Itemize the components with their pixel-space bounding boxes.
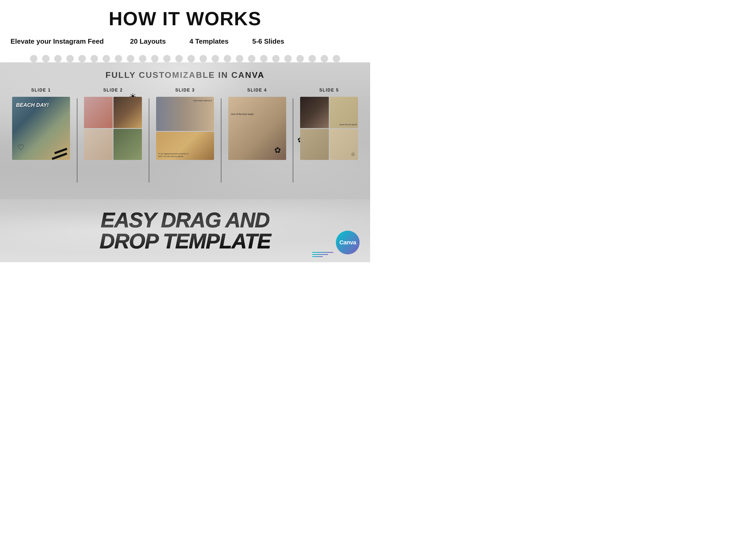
slide-4-column: SLIDE 4 One of the best reads ✿: [221, 88, 293, 165]
dot: [91, 55, 98, 62]
slide-3-column: SLIDE 3 Cant swim without it I'm an orig…: [149, 88, 221, 165]
slide-5-card: Some time for myself ☆: [300, 97, 358, 160]
slide-3-preview: Cant swim without it I'm an original and…: [156, 97, 214, 165]
slide-2-cell-b: [113, 97, 142, 128]
dot: [308, 55, 316, 62]
dot: [333, 55, 340, 62]
corner-line-1: [312, 252, 333, 253]
deco-bar-1: [52, 152, 67, 160]
features-row: Elevate your Instagram Feed 20 Layouts 4…: [10, 35, 360, 51]
cant-swim-text: Cant swim without it: [193, 99, 212, 102]
feature-slides: 5-6 Slides: [252, 37, 284, 45]
slide-4-card: One of the best reads ✿: [228, 97, 286, 160]
slide-1-column: SLIDE 1 ♡: [5, 88, 77, 165]
dot: [54, 55, 62, 62]
dot: [272, 55, 280, 62]
slide-2-preview: ☀: [84, 97, 142, 165]
drag-drop-text: EASY DRAG AND DROP TEMPLATE: [99, 210, 271, 252]
top-section: HOW IT WORKS Elevate your Instagram Feed…: [0, 0, 370, 62]
slide-5-column: SLIDE 5 ✿ Some time for myself ☆: [293, 88, 365, 165]
feature-layouts: 20 Layouts: [130, 37, 166, 45]
dot: [78, 55, 86, 62]
slide-5-label: SLIDE 5: [319, 88, 339, 93]
slide-2-card: [84, 97, 142, 160]
heart-icon: ♡: [17, 143, 24, 152]
canva-logo: Canva: [336, 231, 360, 254]
dot: [236, 55, 243, 62]
dot: [30, 55, 37, 62]
dots-row: [10, 51, 360, 62]
dot: [187, 55, 195, 62]
drag-drop-line1: EASY DRAG AND: [99, 210, 271, 231]
dot: [42, 55, 50, 62]
slide-3-top: Cant swim without it: [156, 97, 214, 131]
gray-section: FULLY CUSTOMIZABLE IN CANVA SLIDE 1 ♡ SL…: [0, 62, 370, 199]
corner-line-2: [312, 254, 328, 255]
slide-2-cell-d: [113, 129, 142, 160]
slide-5-preview: ✿ Some time for myself ☆: [300, 97, 358, 165]
dot: [320, 55, 328, 62]
slide-5-cell-a: [300, 97, 329, 128]
dot: [127, 55, 134, 62]
dot: [284, 55, 292, 62]
corner-line-3: [312, 256, 323, 257]
dot: [224, 55, 231, 62]
dot: [66, 55, 74, 62]
dot: [260, 55, 267, 62]
canva-logo-text: Canva: [339, 239, 356, 246]
slide-3-card: Cant swim without it I'm an original and…: [156, 97, 214, 160]
drag-drop-line2: DROP TEMPLATE: [99, 231, 271, 252]
dot: [139, 55, 147, 62]
page-title: HOW IT WORKS: [10, 8, 360, 29]
slide-4-text1: One of the best reads: [231, 113, 254, 116]
slide-2-label: SLIDE 2: [103, 88, 123, 93]
slide-5-text: Some time for myself: [339, 123, 357, 126]
slide-5-cell-b: Some time for myself: [330, 97, 358, 128]
dot: [103, 55, 110, 62]
dot: [175, 55, 183, 62]
slide-2-cell-c: [84, 129, 113, 160]
slide-4-label: SLIDE 4: [247, 88, 267, 93]
dot: [248, 55, 255, 62]
slide-1-preview: ♡: [12, 97, 70, 165]
feature-templates: 4 Templates: [190, 37, 228, 45]
star-icon: ☆: [351, 151, 355, 157]
slide-3-quote: I'm an original and that's perfection in…: [158, 152, 190, 158]
canva-corner-lines: [312, 252, 333, 257]
dot: [115, 55, 122, 62]
slide-3-bottom: I'm an original and that's perfection in…: [156, 132, 214, 160]
slide-1-card: ♡: [12, 97, 70, 160]
slide-3-label: SLIDE 3: [175, 88, 195, 93]
slides-container: SLIDE 1 ♡ SLIDE 2 ☀: [0, 88, 370, 183]
slide-2-cell-a: [84, 97, 113, 128]
slide-5-cell-d: ☆: [330, 129, 358, 160]
slide-1-label: SLIDE 1: [31, 88, 51, 93]
canva-subtitle: FULLY CUSTOMIZABLE IN CANVA: [0, 70, 370, 80]
dot: [163, 55, 171, 62]
slide-5-cell-c: [300, 129, 329, 160]
feature-elevate: Elevate your Instagram Feed: [10, 37, 104, 45]
dot: [296, 55, 304, 62]
dot: [212, 55, 219, 62]
dot: [151, 55, 159, 62]
bottom-section: EASY DRAG AND DROP TEMPLATE Canva: [0, 199, 370, 262]
slide-2-column: SLIDE 2 ☀: [77, 88, 149, 165]
slide-4-preview: One of the best reads ✿: [228, 97, 286, 165]
flower-icon: ✿: [274, 145, 281, 155]
dot: [199, 55, 207, 62]
